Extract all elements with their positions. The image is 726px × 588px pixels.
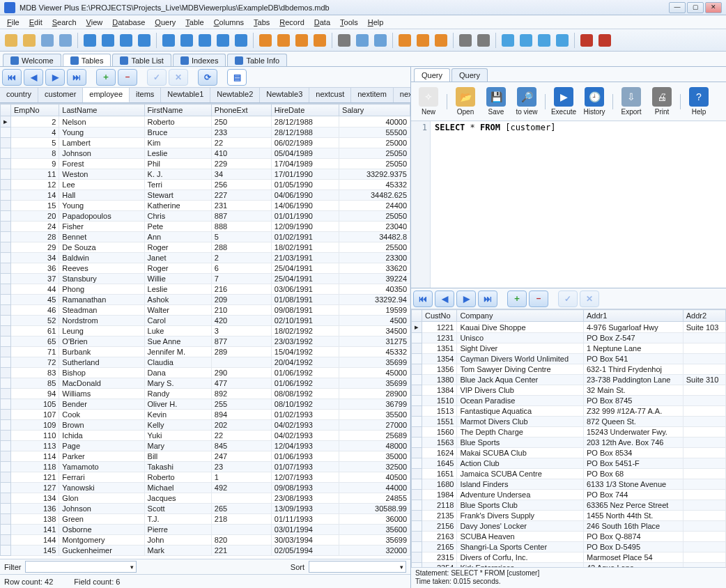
toolbar-export2-button[interactable] [433, 32, 449, 49]
menu-help[interactable]: Help [364, 17, 388, 27]
table-row[interactable]: 15YoungKatherine23114/06/199024400 [1, 201, 410, 211]
table-row[interactable]: 107CookKevin89401/02/199335500 [1, 410, 410, 420]
table-row[interactable]: 110IchidaYuki2204/02/199325689 [1, 431, 410, 441]
result-grid[interactable]: CustNoCompanyAddr1Addr2▸1221Kauai Dive S… [411, 309, 726, 567]
table-row[interactable]: 9ForestPhil22917/04/198925050 [1, 159, 410, 169]
menu-data[interactable]: Data [310, 17, 334, 27]
table-row[interactable]: ▸1221Kauai Dive Shoppe4-976 Sugarloaf Hw… [412, 322, 726, 333]
table-tab-Newtable3[interactable]: Newtable3 [260, 88, 309, 102]
table-row[interactable]: 71BurbankJennifer M.28915/04/199245332 [1, 347, 410, 357]
table-row[interactable]: 109BrownKelly20204/02/199327000 [1, 420, 410, 431]
menu-file[interactable]: File [3, 17, 24, 27]
table-row[interactable]: 29De SouzaRoger28818/02/199125500 [1, 242, 410, 253]
table-tab-nextord[interactable]: nextord [394, 88, 410, 102]
table-row[interactable]: 1380Blue Jack Aqua Center23-738 Paddingt… [412, 375, 726, 385]
query-open-button[interactable]: 📂Open [451, 84, 480, 119]
toolbar-find-button[interactable] [39, 32, 56, 49]
table-row[interactable]: 2156Davy Jones' Locker246 South 16th Pla… [412, 521, 726, 532]
table-tab-items[interactable]: items [130, 88, 161, 102]
nav-post-button[interactable]: ✓ [147, 69, 167, 86]
filter-combo[interactable] [25, 561, 137, 573]
toolbar-col-add-button[interactable] [293, 32, 310, 49]
sql-editor[interactable]: 1 SELECT * FROM [customer] [411, 121, 726, 288]
menu-table[interactable]: Table [181, 17, 208, 27]
toolbar-cfg-button[interactable] [336, 32, 353, 49]
table-row[interactable]: 105BenderOliver H.25508/10/199236799 [1, 399, 410, 410]
table-row[interactable]: 34BaldwinJanet221/03/199123300 [1, 253, 410, 263]
table-row[interactable]: 44PhongLeslie21603/06/199140350 [1, 284, 410, 295]
query-history-button[interactable]: 🕘History [580, 84, 609, 119]
menu-search[interactable]: Search [48, 17, 81, 27]
toolbar-grid5-button[interactable] [233, 32, 249, 49]
query-help-button[interactable]: ?Help [684, 84, 713, 119]
col-PhoneExt[interactable]: PhoneExt [211, 105, 271, 116]
toolbar-grid1-button[interactable] [160, 32, 177, 49]
table-row[interactable]: 1560The Depth Charge15243 Underwater Fwy… [412, 427, 726, 438]
table-row[interactable]: 121FerrariRoberto112/07/199340500 [1, 472, 410, 483]
menu-view[interactable]: View [82, 17, 107, 27]
toolbar-open-recent-button[interactable] [21, 32, 38, 49]
query-new-button[interactable]: ✧New [414, 84, 443, 119]
nav-refresh-button[interactable]: ⟳ [198, 69, 217, 86]
table-row[interactable]: 118YamamotoTakashi2301/07/199332500 [1, 462, 410, 472]
tab-indexes[interactable]: Indexes [173, 54, 226, 66]
table-row[interactable]: 1231UniscoPO Box Z-547 [412, 333, 726, 343]
table-row[interactable]: 52NordstromCarol42002/10/19914500 [1, 316, 410, 326]
table-tab-employee[interactable]: employee [83, 88, 130, 102]
table-row[interactable]: 1563Blue Sports203 12th Ave. Box 746 [412, 438, 726, 448]
menu-columns[interactable]: Columns [210, 17, 248, 27]
table-row[interactable]: 1984Adventure UnderseaPO Box 744 [412, 490, 726, 500]
table-row[interactable]: 14HallStewart22704/06/199034482.625 [1, 190, 410, 201]
rnav-post-button[interactable]: ✓ [558, 291, 578, 307]
table-row[interactable]: 1645Action ClubPO Box 5451-F [412, 458, 726, 469]
toolbar-tbl-add-button[interactable] [100, 32, 116, 49]
rnav-add-button[interactable]: ＋ [507, 291, 527, 307]
col-FirstName[interactable]: FirstName [144, 105, 211, 116]
query-execute-button[interactable]: ▶Execute [549, 84, 578, 119]
table-row[interactable]: 114ParkerBill24701/06/199335000 [1, 451, 410, 462]
table-row[interactable]: 141OsbornePierre03/01/199435600 [1, 525, 410, 535]
layout-button[interactable]: ▤ [227, 69, 247, 86]
minimize-button[interactable]: — [669, 2, 686, 13]
table-row[interactable]: 85MacDonaldMary S.47701/06/199235699 [1, 378, 410, 389]
toolbar-grid3-button[interactable] [196, 32, 213, 49]
table-row[interactable]: 5LambertKim2206/02/198925000 [1, 138, 410, 148]
table-row[interactable]: 1624Makai SCUBA ClubPO Box 8534 [412, 448, 726, 458]
menu-edit[interactable]: Edit [25, 17, 47, 27]
table-row[interactable]: 1513Fantastique AquaticaZ32 999 #12A-77 … [412, 406, 726, 417]
col-LastName[interactable]: LastName [59, 105, 144, 116]
col-EmpNo[interactable]: EmpNo [11, 105, 59, 116]
table-row[interactable]: 20PapadopoulosChris88701/01/199025050 [1, 211, 410, 222]
nav-prev-button[interactable]: ◀ [24, 69, 43, 86]
menu-query[interactable]: Query [150, 17, 180, 27]
toolbar-grid4-button[interactable] [215, 32, 231, 49]
table-row[interactable]: 2165Shangri-La Sports CenterPO Box D-549… [412, 542, 726, 552]
col-HireDate[interactable]: HireDate [271, 105, 339, 116]
query-export-button[interactable]: ⇩Export [617, 84, 646, 119]
toolbar-tbl1-button[interactable] [82, 32, 98, 49]
rnav-next-button[interactable]: ▶ [456, 291, 476, 307]
table-row[interactable]: 134GlonJacques23/08/199324855 [1, 493, 410, 504]
table-row[interactable]: 113PageMary84512/04/199348000 [1, 441, 410, 451]
employee-grid-wrap[interactable]: EmpNoLastNameFirstNamePhoneExtHireDateSa… [0, 103, 410, 559]
table-row[interactable]: 4YoungBruce23328/12/198855500 [1, 127, 410, 138]
table-row[interactable]: 145GuckenheimerMark22102/05/199432000 [1, 546, 410, 556]
table-row[interactable]: 2118Blue Sports Club63365 Nez Perce Stre… [412, 500, 726, 511]
table-row[interactable]: 83BishopDana29001/06/199245000 [1, 368, 410, 378]
nav-first-button[interactable]: ⏮ [2, 69, 22, 86]
table-row[interactable]: 127YanowskiMichael49209/08/199344000 [1, 483, 410, 493]
table-row[interactable]: 2315Divers of Corfu, Inc.Marmoset Place … [412, 552, 726, 563]
table-row[interactable]: 2135Frank's Divers Supply1455 North 44th… [412, 511, 726, 521]
table-row[interactable]: 37StansburyWillie725/04/199139224 [1, 274, 410, 284]
table-row[interactable]: 46SteadmanWalter21009/08/199119599 [1, 305, 410, 316]
toolbar-print2-button[interactable] [475, 32, 492, 49]
toolbar-open-button[interactable] [3, 32, 20, 49]
toolbar-sql-plus-button[interactable] [372, 32, 389, 49]
table-tab-customer[interactable]: customer [38, 88, 83, 102]
nav-delete-button[interactable]: － [118, 69, 137, 86]
table-row[interactable]: 138GreenT.J.21801/11/199336000 [1, 514, 410, 525]
table-tab-nextcust[interactable]: nextcust [309, 88, 351, 102]
menu-database[interactable]: Database [108, 17, 149, 27]
table-row[interactable]: 1510Ocean ParadisePO Box 8745 [412, 396, 726, 406]
table-row[interactable]: 1651Jamaica SCUBA CentrePO Box 68 [412, 469, 726, 479]
